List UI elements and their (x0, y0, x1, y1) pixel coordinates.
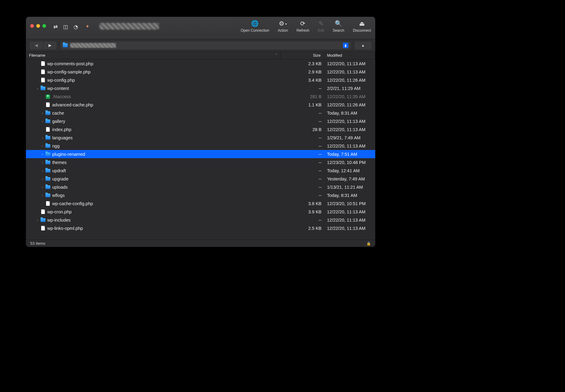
file-modified: Today, 8:31 AM (325, 193, 375, 198)
refresh-button[interactable]: ⟳ Refresh (297, 20, 309, 33)
window-title-obscured (99, 23, 159, 30)
file-modified: 12/22/20, 11:13 AM (325, 144, 375, 148)
file-list[interactable]: wp-comments-post.php2.3 KB12/22/20, 11:1… (26, 59, 375, 240)
htaccess-icon (45, 94, 51, 99)
chevron-right-icon[interactable]: › (40, 152, 45, 156)
chevron-right-icon[interactable]: › (40, 111, 45, 115)
file-icon (40, 61, 46, 66)
chevron-right-icon[interactable]: › (40, 177, 45, 181)
chevron-down-icon[interactable]: ⌄ (35, 86, 40, 90)
minimize-window-button[interactable] (36, 24, 40, 28)
file-modified: Yesterday, 7:49 AM (325, 176, 375, 181)
file-row[interactable]: wp-config.php3.4 KB12/22/20, 11:26 AM (26, 76, 375, 84)
column-header-size[interactable]: Size (281, 52, 324, 59)
file-name: gallery (52, 119, 281, 124)
nav-back-button[interactable]: ◀ (30, 41, 43, 49)
file-row[interactable]: .htaccess281 B12/22/20, 11:35 AM (26, 92, 375, 101)
file-size: 3.9 KB (281, 209, 325, 214)
file-row[interactable]: ›plugins-renamed--Today, 7:51 AM (26, 150, 375, 158)
file-icon (45, 102, 51, 107)
bookmarks-icon[interactable]: ◫ (63, 24, 68, 30)
go-up-button[interactable]: ▲ (354, 41, 372, 49)
file-size: -- (281, 152, 325, 157)
gear-icon: ⚙ (279, 20, 287, 27)
file-modified: 12/22/20, 11:26 AM (325, 78, 375, 83)
file-size: -- (281, 119, 325, 124)
file-name: wp-content (47, 86, 281, 91)
path-stepper-icon[interactable]: ▴▾ (343, 43, 348, 48)
search-icon: 🔍 (335, 20, 342, 27)
file-modified: 12/22/20, 11:13 AM (325, 127, 375, 132)
file-row[interactable]: wp-links-opml.php2.5 KB12/22/20, 11:13 A… (26, 224, 375, 232)
file-row[interactable]: ⌄wp-content--2/2/21, 11:29 AM (26, 84, 375, 92)
search-label: Search (333, 28, 344, 33)
file-name: cache (52, 111, 281, 116)
file-modified: 12/22/20, 11:13 AM (325, 69, 375, 74)
file-size: -- (281, 185, 325, 190)
file-name: wp-config-sample.php (47, 69, 281, 74)
titlebar: ⇄ ◫ ◔ ✦ 🌐 Open Connection ⚙ Action ⟳ Ref… (26, 17, 375, 39)
file-row[interactable]: ›uploads--1/13/21, 11:21 AM (26, 183, 375, 191)
file-size: 3.8 KB (281, 201, 325, 206)
connection-status-icon: ✦ (85, 23, 93, 30)
chevron-right-icon[interactable]: › (40, 194, 45, 197)
chevron-right-icon[interactable]: › (40, 144, 45, 148)
file-row[interactable]: advanced-cache.php1.1 KB12/22/20, 11:26 … (26, 101, 375, 109)
file-row[interactable]: ›themes--12/23/20, 10:48 PM (26, 158, 375, 166)
lock-icon: 🔒 (366, 241, 371, 246)
zoom-window-button[interactable] (42, 24, 46, 28)
chevron-right-icon[interactable]: › (40, 136, 45, 140)
path-dropdown[interactable]: ▴▾ (60, 41, 351, 49)
file-row[interactable]: ›ngg--12/22/20, 11:13 AM (26, 142, 375, 150)
file-row[interactable]: ›wflogs--Today, 8:31 AM (26, 191, 375, 199)
file-name: wp-cache-config.php (52, 201, 281, 206)
chevron-right-icon[interactable]: › (40, 169, 45, 173)
folder-icon (40, 218, 46, 222)
column-size-label: Size (313, 53, 321, 58)
column-header-filename[interactable]: Filename ˄ (26, 52, 281, 59)
eject-icon: ⏏ (359, 20, 365, 27)
file-row[interactable]: wp-config-sample.php2.9 KB12/22/20, 11:1… (26, 68, 375, 76)
file-row[interactable]: ›cache--Today, 8:31 AM (26, 109, 375, 117)
folder-icon (45, 152, 51, 156)
settings-icon[interactable]: ⇄ (53, 24, 58, 30)
chevron-right-icon[interactable]: › (40, 119, 45, 123)
ftp-window: ⇄ ◫ ◔ ✦ 🌐 Open Connection ⚙ Action ⟳ Ref… (26, 17, 375, 247)
file-icon (45, 201, 51, 206)
file-row[interactable]: ›gallery--12/22/20, 11:13 AM (26, 117, 375, 125)
open-connection-button[interactable]: 🌐 Open Connection (241, 20, 269, 33)
file-size: 2.3 KB (281, 61, 325, 66)
file-name: uploads (52, 185, 281, 190)
edit-label: Edit (318, 28, 324, 33)
file-size: -- (281, 86, 325, 91)
file-size: -- (281, 218, 325, 223)
disconnect-button[interactable]: ⏏ Disconnect (353, 20, 371, 33)
file-row[interactable]: wp-cache-config.php3.8 KB12/23/20, 10:51… (26, 199, 375, 208)
history-icon[interactable]: ◔ (74, 24, 78, 30)
refresh-icon: ⟳ (300, 20, 305, 27)
search-button[interactable]: 🔍 Search (333, 20, 344, 33)
file-row[interactable]: index.php28 B12/22/20, 11:13 AM (26, 125, 375, 134)
chevron-right-icon[interactable]: › (40, 161, 45, 164)
file-icon (40, 209, 46, 214)
file-modified: Today, 12:41 AM (325, 168, 375, 173)
disconnect-label: Disconnect (353, 28, 371, 33)
globe-plus-icon: 🌐 (251, 20, 259, 27)
file-row[interactable]: ›languages--1/29/21, 7:49 AM (26, 134, 375, 142)
file-row[interactable]: ›updraft--Today, 12:41 AM (26, 166, 375, 175)
nav-forward-button[interactable]: ▶ (43, 41, 57, 49)
file-name: languages (52, 135, 281, 140)
edit-button: ✎ Edit (318, 20, 324, 33)
file-row[interactable]: wp-comments-post.php2.3 KB12/22/20, 11:1… (26, 59, 375, 68)
chevron-right-icon[interactable]: › (35, 218, 40, 222)
file-row[interactable]: wp-cron.php3.9 KB12/22/20, 11:13 AM (26, 208, 375, 216)
path-text-obscured (70, 43, 116, 48)
close-window-button[interactable] (30, 24, 34, 28)
file-modified: 12/22/20, 11:13 AM (325, 209, 375, 214)
file-row[interactable]: ›wp-includes--12/22/20, 11:13 AM (26, 216, 375, 224)
file-row[interactable]: ›upgrade--Yesterday, 7:49 AM (26, 175, 375, 183)
action-button[interactable]: ⚙ Action (278, 20, 288, 33)
chevron-right-icon[interactable]: › (40, 185, 45, 189)
file-name: wp-links-opml.php (47, 226, 281, 231)
column-header-modified[interactable]: Modified (324, 52, 375, 59)
